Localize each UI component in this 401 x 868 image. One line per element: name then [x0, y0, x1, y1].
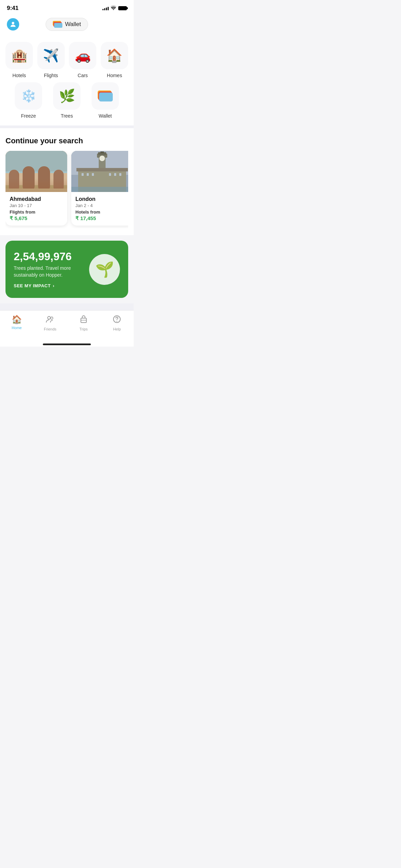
- header: Wallet: [0, 14, 134, 36]
- bottom-spacer: [0, 303, 134, 310]
- wallet-icon: [53, 21, 62, 28]
- homes-icon: 🏠: [101, 42, 128, 69]
- cars-label: Cars: [78, 73, 88, 78]
- friends-nav-icon: [46, 315, 54, 326]
- category-trees[interactable]: 🌿 Trees: [53, 82, 81, 119]
- wallet-category-icon: [92, 82, 119, 110]
- ahmedabad-dates: Jan 10 - 17: [10, 203, 63, 208]
- category-cars[interactable]: 🚗 Cars: [69, 42, 96, 78]
- ahmedabad-price: ₹ 5,675: [10, 215, 63, 221]
- wallet-label: Wallet: [65, 21, 81, 28]
- wifi-icon: [111, 5, 116, 11]
- svg-point-52: [117, 321, 117, 322]
- trees-cta[interactable]: SEE MY IMPACT ›: [14, 283, 89, 288]
- trees-description: Trees planted. Travel more sustainably o…: [14, 265, 89, 278]
- chevron-right-icon: ›: [53, 283, 54, 288]
- svg-point-48: [51, 317, 53, 320]
- category-wallet[interactable]: Wallet: [92, 82, 119, 119]
- svg-rect-26: [71, 187, 128, 192]
- trees-number: 2,54,99,976: [14, 250, 89, 263]
- svg-rect-20: [82, 173, 84, 176]
- search-cards-list: Ahmedabad Jan 10 - 17 Flights from ₹ 5,6…: [5, 151, 128, 228]
- trees-plant-icon: 🌱: [89, 254, 120, 285]
- battery-icon: [118, 6, 127, 10]
- home-nav-icon: 🏠: [12, 315, 22, 324]
- svg-rect-19: [76, 168, 128, 171]
- category-hotels[interactable]: 🏨 Hotels: [5, 42, 33, 78]
- search-card-london[interactable]: London Jan 2 - 4 Hotels from ₹ 17,455: [71, 151, 128, 226]
- category-flights[interactable]: ✈️ Flights: [37, 42, 65, 78]
- svg-rect-6: [23, 166, 35, 192]
- search-card-ahmedabad[interactable]: Ahmedabad Jan 10 - 17 Flights from ₹ 5,6…: [5, 151, 67, 226]
- help-nav-label: Help: [113, 327, 121, 331]
- search-section-title: Continue your search: [5, 136, 128, 145]
- categories-row-2: ❄️ Freeze 🌿 Trees Wallet: [5, 82, 128, 119]
- search-section: Continue your search: [0, 128, 134, 235]
- svg-point-0: [12, 22, 14, 24]
- nav-home[interactable]: 🏠 Home: [7, 315, 27, 331]
- cars-icon: 🚗: [69, 42, 96, 69]
- status-icons: [102, 5, 127, 11]
- freeze-label: Freeze: [21, 113, 36, 119]
- trips-nav-icon: [79, 315, 88, 326]
- status-bar: 9:41: [0, 0, 134, 14]
- svg-rect-15: [100, 152, 104, 153]
- trips-nav-label: Trips: [80, 327, 88, 331]
- wallet-category-label: Wallet: [99, 113, 112, 119]
- svg-rect-23: [109, 173, 111, 176]
- svg-rect-21: [87, 173, 89, 176]
- nav-help[interactable]: Help: [107, 315, 127, 331]
- svg-rect-7: [38, 166, 50, 192]
- london-dates: Jan 2 - 4: [75, 203, 128, 208]
- nav-friends[interactable]: Friends: [40, 315, 60, 331]
- bottom-nav: 🏠 Home Friends Trips: [0, 310, 134, 341]
- category-freeze[interactable]: ❄️ Freeze: [15, 82, 42, 119]
- categories-section: 🏨 Hotels ✈️ Flights 🚗 Cars 🏠 Homes ❄️ Fr…: [0, 36, 134, 125]
- svg-rect-24: [114, 173, 116, 176]
- home-bar: [43, 343, 91, 345]
- category-homes[interactable]: 🏠 Homes: [101, 42, 128, 78]
- ahmedabad-city: Ahmedabad: [10, 196, 63, 202]
- nav-trips[interactable]: Trips: [73, 315, 94, 331]
- wallet-button[interactable]: Wallet: [46, 18, 88, 31]
- help-nav-icon: [112, 315, 121, 326]
- ahmedabad-type: Flights from: [10, 209, 63, 215]
- london-price: ₹ 17,455: [75, 215, 128, 221]
- svg-rect-5: [9, 170, 19, 192]
- trees-icon: 🌿: [53, 82, 81, 110]
- svg-rect-3: [5, 185, 67, 192]
- london-image: [71, 151, 128, 192]
- svg-rect-22: [92, 173, 94, 176]
- avatar[interactable]: [7, 18, 19, 31]
- hotels-label: Hotels: [12, 73, 26, 78]
- home-nav-label: Home: [12, 326, 22, 330]
- friends-nav-label: Friends: [44, 327, 57, 331]
- svg-point-17: [100, 156, 104, 160]
- section-divider-1: [0, 125, 134, 128]
- london-type: Hotels from: [75, 209, 128, 215]
- categories-row-1: 🏨 Hotels ✈️ Flights 🚗 Cars 🏠 Homes: [5, 42, 128, 78]
- svg-rect-8: [53, 170, 64, 192]
- trees-label: Trees: [61, 113, 73, 119]
- ahmedabad-image: [5, 151, 67, 192]
- homes-label: Homes: [107, 73, 122, 78]
- svg-rect-9: [5, 189, 67, 192]
- flights-icon: ✈️: [37, 42, 65, 69]
- svg-point-47: [48, 316, 50, 319]
- trees-banner[interactable]: 2,54,99,976 Trees planted. Travel more s…: [5, 241, 128, 298]
- home-indicator: [0, 341, 134, 347]
- freeze-icon: ❄️: [15, 82, 42, 110]
- svg-rect-25: [119, 173, 121, 176]
- london-city: London: [75, 196, 128, 202]
- flights-label: Flights: [44, 73, 58, 78]
- trees-content: 2,54,99,976 Trees planted. Travel more s…: [14, 250, 89, 288]
- hotels-icon: 🏨: [5, 42, 33, 69]
- status-time: 9:41: [7, 5, 19, 12]
- signal-icon: [102, 6, 109, 10]
